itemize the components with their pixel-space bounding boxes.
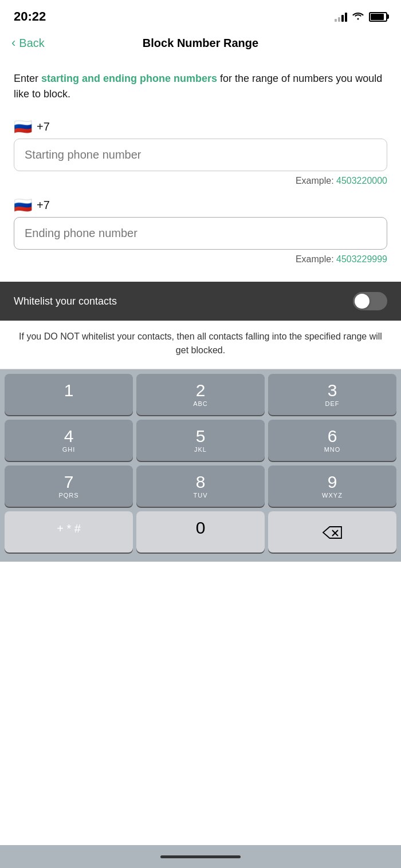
key-5[interactable]: 5 JKL: [136, 420, 265, 461]
backspace-icon: [322, 525, 343, 540]
starting-phone-input[interactable]: [14, 139, 387, 171]
ending-example-number: 4503229999: [336, 254, 387, 264]
keyboard-row-1: 1 2 ABC 3 DEF: [2, 374, 399, 415]
key-3[interactable]: 3 DEF: [268, 374, 396, 415]
whitelist-description: If you DO NOT whitelist your contacts, t…: [0, 321, 401, 369]
keyboard: 1 2 ABC 3 DEF 4 GHI 5 JKL 6 MN: [0, 369, 401, 562]
starting-number-group: 🇷🇺 +7 Example: 4503220000: [14, 119, 387, 186]
whitelist-label: Whitelist your contacts: [14, 295, 117, 307]
whitelist-section: Whitelist your contacts: [0, 282, 401, 321]
starting-country-code: +7: [37, 120, 50, 133]
home-indicator: [0, 845, 401, 868]
ending-flag: 🇷🇺: [14, 198, 32, 212]
key-0[interactable]: 0: [136, 511, 265, 553]
wifi-icon: [352, 11, 364, 23]
key-symbols[interactable]: + * #: [5, 511, 133, 553]
toggle-knob: [355, 294, 369, 309]
whitelist-toggle[interactable]: [353, 292, 387, 310]
ending-example: Example: 4503229999: [14, 254, 387, 265]
home-bar: [160, 855, 241, 858]
key-4[interactable]: 4 GHI: [5, 420, 133, 461]
ending-country-code: +7: [37, 199, 50, 212]
key-backspace[interactable]: [268, 511, 396, 553]
signal-icon: [335, 11, 347, 22]
keyboard-row-4: + * # 0: [2, 511, 399, 553]
key-7[interactable]: 7 PQRS: [5, 465, 133, 507]
keyboard-row-2: 4 GHI 5 JKL 6 MNO: [2, 420, 399, 461]
description-highlight: starting and ending phone numbers: [41, 73, 217, 84]
description-prefix: Enter: [14, 73, 41, 84]
status-bar: 20:22: [0, 0, 401, 31]
starting-flag: 🇷🇺: [14, 119, 32, 134]
battery-icon: [369, 12, 387, 22]
description-text: Enter starting and ending phone numbers …: [14, 71, 387, 102]
keyboard-row-3: 7 PQRS 8 TUV 9 WXYZ: [2, 465, 399, 507]
key-1[interactable]: 1: [5, 374, 133, 415]
ending-prefix: 🇷🇺 +7: [14, 198, 387, 212]
nav-bar: ‹ Back Block Number Range: [0, 31, 401, 60]
key-2[interactable]: 2 ABC: [136, 374, 265, 415]
starting-example-number: 4503220000: [336, 176, 387, 186]
key-8[interactable]: 8 TUV: [136, 465, 265, 507]
key-9[interactable]: 9 WXYZ: [268, 465, 396, 507]
status-icons: [335, 11, 387, 23]
ending-phone-input[interactable]: [14, 217, 387, 250]
ending-number-group: 🇷🇺 +7 Example: 4503229999: [14, 198, 387, 265]
key-6[interactable]: 6 MNO: [268, 420, 396, 461]
nav-title: Block Number Range: [143, 37, 258, 50]
status-time: 20:22: [14, 9, 46, 24]
starting-prefix: 🇷🇺 +7: [14, 119, 387, 134]
starting-example: Example: 4503220000: [14, 176, 387, 186]
back-chevron-icon: ‹: [11, 35, 15, 50]
back-label: Back: [19, 37, 44, 50]
back-button[interactable]: ‹ Back: [11, 35, 45, 50]
main-content: Enter starting and ending phone numbers …: [0, 60, 401, 845]
